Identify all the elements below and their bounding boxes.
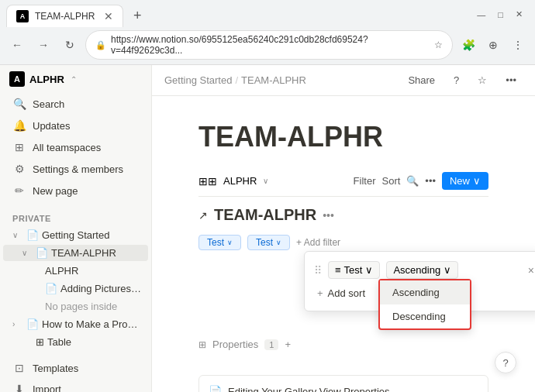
sidebar-item-updates[interactable]: 🔔 Updates xyxy=(3,115,148,136)
gallery-card[interactable]: 📄 Editing Your Gallery View Properties xyxy=(198,375,488,392)
tab-bar: A TEAM-ALPHR ✕ + — □ ✕ xyxy=(0,0,535,27)
chevron-right-icon: › xyxy=(12,320,23,328)
sidebar-teamspaces-label: All teamspaces xyxy=(33,142,101,153)
sidebar-item-import[interactable]: ⬇ Import xyxy=(3,379,148,392)
tree-label: ALPHR xyxy=(45,265,78,277)
tree-label: Table xyxy=(47,336,71,348)
extensions-button[interactable]: 🧩 xyxy=(457,34,479,56)
tab-close-button[interactable]: ✕ xyxy=(104,10,113,22)
breadcrumb-getting-started[interactable]: Getting Started xyxy=(164,74,232,86)
star-button[interactable]: ☆ xyxy=(471,71,493,89)
database-name[interactable]: ALPHR xyxy=(223,175,257,187)
filter-pill-label: Test xyxy=(256,237,273,248)
view-arrow-icon: ↗ xyxy=(198,209,208,222)
share-button[interactable]: Share xyxy=(402,71,441,89)
add-sort-icon: + xyxy=(317,287,323,299)
help-icon[interactable]: ? xyxy=(447,71,465,89)
new-tab-button[interactable]: + xyxy=(126,5,148,27)
sort-row: ⠿ ≡ Test ∨ Ascending ∨ × xyxy=(305,258,535,282)
window-controls: — □ ✕ xyxy=(474,8,529,24)
page-icon: 📄 xyxy=(26,318,39,330)
sort-direction-chevron-icon: ∨ xyxy=(444,264,451,276)
sidebar-item-settings[interactable]: ⚙ Settings & members xyxy=(3,159,148,179)
maximize-button[interactable]: □ xyxy=(495,9,506,21)
forward-button[interactable]: → xyxy=(33,34,54,56)
sort-close-button[interactable]: × xyxy=(528,264,534,277)
topbar-actions: Share ? ☆ ••• xyxy=(402,71,523,89)
dropdown-item-ascending[interactable]: Ascending xyxy=(380,280,470,304)
tree-label: Getting Started xyxy=(42,229,109,241)
sort-button[interactable]: Sort xyxy=(381,175,400,187)
card-title: Editing Your Gallery View Properties xyxy=(228,386,390,393)
sidebar-newpage-label: New page xyxy=(33,185,78,197)
sort-direction-label: Ascending xyxy=(393,264,440,276)
sidebar-updates-label: Updates xyxy=(33,120,70,132)
sort-field-chevron-icon: ∨ xyxy=(365,264,373,276)
sidebar-item-search[interactable]: 🔍 Search xyxy=(3,94,148,114)
breadcrumb-team-alphr[interactable]: TEAM-ALPHR xyxy=(241,74,306,86)
new-chevron-icon: ∨ xyxy=(473,175,481,187)
url-bar[interactable]: 🔒 https://www.notion.so/6955125ea56240c2… xyxy=(85,30,453,60)
app: A ALPHR ⌃ 🔍 Search 🔔 Updates ⊞ All teams… xyxy=(0,65,535,392)
view-more-button[interactable]: ••• xyxy=(323,209,334,222)
properties-bar: ⊞ Properties 1 + xyxy=(198,332,488,356)
tree-item-adding-pictures[interactable]: 📄 Adding Pictures to Yo... xyxy=(3,280,148,297)
tree-label: TEAM-ALPHR xyxy=(51,247,116,259)
workspace-header[interactable]: A ALPHR ⌃ xyxy=(0,65,151,93)
drag-handle-icon[interactable]: ⠿ xyxy=(314,264,322,277)
tree-item-progress[interactable]: › 📄 How to Make a Progres... xyxy=(3,316,148,332)
view-header: ↗ TEAM-ALPHR ••• xyxy=(198,197,488,230)
new-label: New xyxy=(450,175,470,187)
filter-pill-label: Test xyxy=(207,237,224,248)
sidebar-bottom: ⊡ Templates ⬇ Import 🗑 Trash xyxy=(0,357,151,392)
profile-button[interactable]: ⊕ xyxy=(482,34,504,56)
sort-direction-dropdown: Ascending Descending xyxy=(378,279,471,330)
newpage-icon: ✏ xyxy=(12,184,26,198)
sidebar-item-newpage[interactable]: ✏ New page xyxy=(3,181,148,201)
back-button[interactable]: ← xyxy=(6,34,28,56)
database-icon: ⊞⊞ xyxy=(198,175,217,187)
sort-direction-button[interactable]: Ascending ∨ xyxy=(386,261,458,279)
filter-pill-test2[interactable]: Test ∨ xyxy=(247,235,290,250)
page-icon: 📄 xyxy=(36,247,48,259)
refresh-button[interactable]: ↻ xyxy=(59,34,81,56)
tree-item-alphr[interactable]: ALPHR xyxy=(3,263,148,279)
search-icon: 🔍 xyxy=(12,97,26,111)
tab-title: TEAM-ALPHR xyxy=(35,11,95,22)
page-icon: 📄 xyxy=(45,283,57,294)
properties-plus-icon[interactable]: + xyxy=(285,339,291,350)
close-button[interactable]: ✕ xyxy=(513,8,526,21)
tree-item-team-alphr[interactable]: ∨ 📄 TEAM-ALPHR xyxy=(3,245,148,261)
more-options-button[interactable]: ••• xyxy=(499,71,523,89)
add-filter-button[interactable]: + Add filter xyxy=(296,237,340,248)
tree-item-no-pages: No pages inside xyxy=(3,298,148,315)
db-more-button[interactable]: ••• xyxy=(425,175,436,187)
url-star-icon[interactable]: ☆ xyxy=(434,40,443,50)
breadcrumb-separator: / xyxy=(235,74,238,86)
tree-label: Adding Pictures to Yo... xyxy=(60,283,142,294)
menu-button[interactable]: ⋮ xyxy=(507,34,529,56)
filter-pill-test1[interactable]: Test ∨ xyxy=(198,235,241,250)
sidebar-settings-label: Settings & members xyxy=(33,163,123,175)
filter-button[interactable]: Filter xyxy=(354,175,376,187)
sidebar-templates-label: Templates xyxy=(33,363,78,374)
templates-icon: ⊡ xyxy=(12,361,26,375)
new-button[interactable]: New ∨ xyxy=(442,172,488,190)
dropdown-item-descending[interactable]: Descending xyxy=(380,304,470,328)
help-button[interactable]: ? xyxy=(495,352,516,373)
minimize-button[interactable]: — xyxy=(474,9,488,21)
properties-label: Properties xyxy=(212,339,258,350)
tree-item-getting-started[interactable]: ∨ 📄 Getting Started xyxy=(3,227,148,243)
sidebar-item-templates[interactable]: ⊡ Templates xyxy=(3,358,148,378)
db-chevron-icon[interactable]: ∨ xyxy=(263,177,268,185)
add-sort-label: Add sort xyxy=(328,287,365,299)
db-actions: Filter Sort 🔍 ••• New ∨ xyxy=(354,172,488,190)
page-icon: 📄 xyxy=(26,229,39,241)
sort-field-button[interactable]: ≡ Test ∨ xyxy=(328,261,380,279)
page-content: TEAM-ALPHR ⊞⊞ ALPHR ∨ Filter Sort 🔍 ••• … xyxy=(152,96,535,392)
active-tab[interactable]: A TEAM-ALPHR ✕ xyxy=(6,5,123,27)
tree-item-table[interactable]: ⊞ Table xyxy=(3,334,148,350)
sidebar-item-teamspaces[interactable]: ⊞ All teamspaces xyxy=(3,137,148,157)
search-button[interactable]: 🔍 xyxy=(406,175,419,187)
add-sort-button[interactable]: + Add sort xyxy=(314,285,368,301)
